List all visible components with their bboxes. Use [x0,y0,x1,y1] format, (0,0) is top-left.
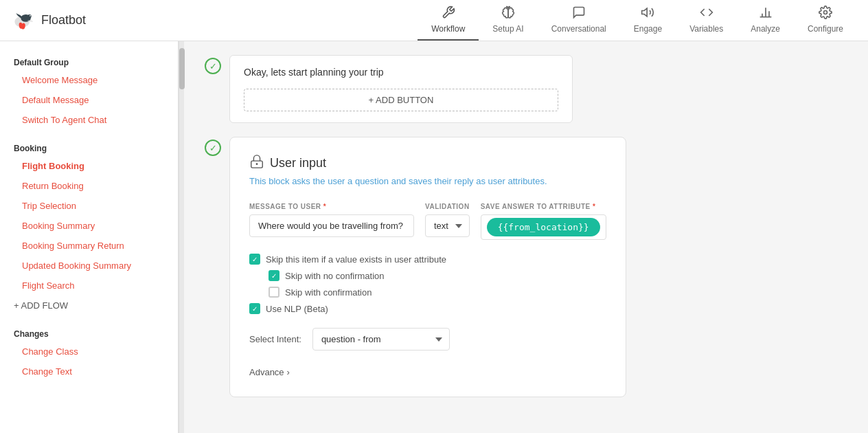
sidebar-item-trip-selection[interactable]: Trip Selection [0,196,178,216]
intent-row: Select Intent: question - from question … [249,328,606,351]
svg-point-2 [27,14,31,18]
sidebar-item-booking-summary-return[interactable]: Booking Summary Return [0,236,178,256]
attribute-tag: {{from_location}} [487,218,600,236]
svg-point-3 [30,14,31,16]
sidebar-item-flight-booking[interactable]: Flight Booking [0,156,178,176]
okay-checkmark-icon: ✓ [209,61,217,71]
skip-with-confirm-checkbox[interactable] [269,287,279,298]
wrench-icon [442,5,455,21]
sidebar-scrollbar[interactable] [179,41,184,433]
skip-no-confirm-row: ✓ Skip with no confirmation [249,270,606,281]
message-label: MESSAGE TO USER * [249,203,414,210]
message-input[interactable] [249,214,414,237]
user-input-check-indicator: ✓ [205,140,221,156]
nav-label-engage: Engage [634,24,662,34]
nav-item-setup-ai[interactable]: Setup AI [479,0,537,41]
skip-no-confirm-check-icon: ✓ [271,272,277,280]
use-nlp-row: ✓ Use NLP (Beta) [249,303,606,314]
form-row-main: MESSAGE TO USER * VALIDATION text [249,203,606,240]
sidebar-item-change-text[interactable]: Change Text [0,362,178,381]
nav-label-variables: Variables [689,24,723,34]
nav-item-workflow[interactable]: Workflow [418,0,479,41]
skip-no-confirm-checkbox[interactable]: ✓ [269,270,279,281]
svg-point-10 [823,11,827,14]
skip-with-confirm-label: Skip with confirmation [285,287,372,298]
nav-label-conversational: Conversational [551,24,606,34]
validation-label: VALIDATION [425,203,470,210]
skip-with-confirm-row: Skip with confirmation [249,287,606,298]
gear-icon [819,5,832,21]
use-nlp-label: Use NLP (Beta) [266,304,328,314]
top-navigation: Floatbot Workflow Setup AI [0,0,868,41]
sidebar-item-updated-booking-summary[interactable]: Updated Booking Summary [0,256,178,276]
content-area: ✓ Okay, lets start planning your trip + … [184,41,868,433]
save-attr-label: SAVE ANSWER TO ATTRIBUTE * [481,203,606,210]
user-input-checkmark-icon: ✓ [209,143,217,153]
nav-label-analyze: Analyze [751,24,780,34]
user-input-header: User input [249,154,606,172]
advance-chevron-icon: › [287,367,290,377]
okay-card: Okay, lets start planning your trip + AD… [229,55,573,123]
sidebar-item-default-message[interactable]: Default Message [0,90,178,110]
nav-item-configure[interactable]: Configure [794,0,857,41]
sidebar-item-booking-summary[interactable]: Booking Summary [0,216,178,236]
okay-card-row: ✓ Okay, lets start planning your trip + … [205,55,847,137]
attr-input-wrapper[interactable]: {{from_location}} [481,214,606,240]
add-button-row: + ADD BUTTON [244,89,558,111]
skip-item-row: ✓ Skip this item if a value exists in us… [249,254,606,265]
logo-area: Floatbot [11,8,148,33]
nav-item-engage[interactable]: Engage [620,0,676,41]
user-input-card: User input This block asks the user a qu… [229,137,626,397]
sidebar-item-change-class[interactable]: Change Class [0,342,178,362]
sidebar-section-default-group: Default Group [0,52,178,70]
save-attr-group: SAVE ANSWER TO ATTRIBUTE * {{from_locati… [481,203,606,240]
intent-select-wrapper: question - from question - to question -… [312,328,450,351]
intent-select[interactable]: question - from question - to question -… [312,328,450,351]
okay-check-indicator: ✓ [205,58,221,74]
validation-group: VALIDATION text [425,203,470,237]
sidebar-item-welcome-message[interactable]: Welcome Message [0,70,178,90]
sidebar-item-return-booking[interactable]: Return Booking [0,176,178,196]
okay-message-text: Okay, lets start planning your trip [244,67,384,78]
message-group: MESSAGE TO USER * [249,203,414,237]
add-button[interactable]: + ADD BUTTON [244,89,558,111]
nav-label-configure: Configure [808,24,843,34]
nav-item-conversational[interactable]: Conversational [538,0,620,41]
bar-chart-icon [759,5,773,21]
user-input-icon [249,154,264,172]
skip-item-check-icon: ✓ [252,256,258,263]
validation-select[interactable]: text [425,214,470,237]
logo-icon [11,8,36,33]
main-layout: Default Group Welcome Message Default Me… [0,41,868,433]
nav-label-setup-ai: Setup AI [492,24,523,34]
nav-item-analyze[interactable]: Analyze [737,0,794,41]
checkbox-section: ✓ Skip this item if a value exists in us… [249,254,606,314]
advance-button[interactable]: Advance › [249,364,290,380]
sidebar-section-changes: Changes [0,324,178,342]
nav-items: Workflow Setup AI Conversational [418,0,857,41]
user-input-card-row: ✓ User input This block asks the user a … [205,137,847,397]
sidebar-section-booking: Booking [0,138,178,156]
advance-section: Advance › [249,364,606,380]
advance-label: Advance [249,367,284,377]
sidebar-item-switch-agent[interactable]: Switch To Agent Chat [0,110,178,130]
user-input-title: User input [270,156,326,170]
message-required-star: * [323,203,326,210]
okay-message-row: Okay, lets start planning your trip [244,67,558,78]
intent-label: Select Intent: [249,334,301,344]
skip-no-confirm-label: Skip with no confirmation [285,271,385,281]
skip-item-checkbox[interactable]: ✓ [249,254,260,265]
nav-item-variables[interactable]: Variables [676,0,737,41]
megaphone-icon [641,5,654,21]
sidebar-item-flight-search[interactable]: Flight Search [0,276,178,296]
use-nlp-checkbox[interactable]: ✓ [249,303,260,314]
chat-icon [572,5,586,21]
sidebar: Default Group Welcome Message Default Me… [0,41,179,433]
add-flow-button[interactable]: + ADD FLOW [0,296,178,315]
skip-item-label: Skip this item if a value exists in user… [266,254,446,265]
code-icon [700,5,713,21]
logo-text: Floatbot [41,13,86,27]
nav-label-workflow: Workflow [431,24,465,34]
user-input-subtitle: This block asks the user a question and … [249,176,606,186]
save-attr-required-star: * [593,203,595,210]
